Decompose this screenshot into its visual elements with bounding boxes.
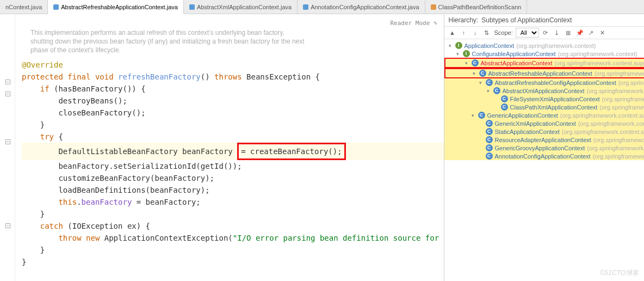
class-icon: C xyxy=(472,59,479,66)
tree-node-selected[interactable]: ▾CAbstractRefreshableApplicationContext … xyxy=(444,68,644,78)
hierarchy-tree[interactable]: ▾IApplicationContext (org.springframewor… xyxy=(444,39,644,281)
hierarchy-header: Hierarchy: Subtypes of ApplicationContex… xyxy=(444,14,644,27)
tree-node[interactable]: CStaticApplicationContext (org.springfra… xyxy=(444,127,644,136)
close-toolbar-icon[interactable]: ✕ xyxy=(598,28,608,38)
chevron-down-icon[interactable]: ▾ xyxy=(472,71,477,76)
java-class-icon xyxy=(53,4,59,10)
tree-node[interactable]: CClassPathXmlApplicationContext (org.spr… xyxy=(444,103,644,111)
code-editor[interactable]: Reader Mode ✎ This implementation perfor… xyxy=(15,14,444,281)
file-label: AnnotationConfigApplicationContext.java xyxy=(311,4,419,10)
scope-label: Scope: xyxy=(494,29,513,36)
main-split: − − − − Reader Mode ✎ This implementatio… xyxy=(0,14,644,281)
file-label: nContext.java xyxy=(5,4,42,10)
tree-node[interactable]: ▾IApplicationContext (org.springframewor… xyxy=(444,41,644,50)
refresh-icon[interactable]: ⟳ xyxy=(541,28,550,38)
tab-file-4[interactable]: ClassPathBeanDefinitionScann xyxy=(425,0,528,14)
fold-toggle-icon[interactable]: − xyxy=(5,223,10,228)
fold-toggle-icon[interactable]: − xyxy=(5,80,10,84)
fold-toggle-icon[interactable]: − xyxy=(5,139,10,144)
class-icon: C xyxy=(486,128,493,135)
tree-node[interactable]: CGenericXmlApplicationContext (org.sprin… xyxy=(444,119,644,127)
java-class-icon xyxy=(431,4,436,10)
annotation: @Override xyxy=(22,60,63,69)
tree-node[interactable]: ▾CAbstractRefreshableConfigApplicationCo… xyxy=(444,78,644,87)
tree-node[interactable]: CFileSystemXmlApplicationContext (org.sp… xyxy=(444,95,644,103)
file-label: AbstractXmlApplicationContext.java xyxy=(197,4,292,10)
fold-toggle-icon[interactable]: − xyxy=(5,91,10,96)
highlighted-line: DefaultListableBeanFactory beanFactory =… xyxy=(22,143,444,160)
tree-node[interactable]: CAnnotationConfigApplicationContext (org… xyxy=(444,152,644,160)
interface-icon: I xyxy=(463,50,470,57)
class-icon: C xyxy=(486,144,493,151)
editor-tabs: nContext.java AbstractRefreshableApplica… xyxy=(0,0,644,14)
file-label: ClassPathBeanDefinitionScann xyxy=(438,4,522,10)
hierarchy-label: Hierarchy: xyxy=(449,16,479,24)
watermark: ©51CTO博客 xyxy=(600,268,639,278)
class-icon: C xyxy=(493,87,500,94)
java-class-icon xyxy=(303,4,308,10)
tree-node[interactable]: ▾CAbstractXmlApplicationContext (org.spr… xyxy=(444,87,644,95)
tab-file-2[interactable]: AbstractXmlApplicationContext.java xyxy=(184,0,298,14)
supertypes-icon[interactable]: ↑ xyxy=(459,28,469,38)
javadoc-comment: This implementation performs an actual r… xyxy=(22,19,305,59)
tree-node-highlight[interactable]: ▾CAbstractApplicationContext (org.spring… xyxy=(444,58,644,68)
class-icon: C xyxy=(486,152,493,160)
tab-file-0[interactable]: nContext.java xyxy=(0,0,48,14)
tab-file-3[interactable]: AnnotationConfigApplicationContext.java xyxy=(298,0,425,14)
chevron-down-icon[interactable]: ▾ xyxy=(448,43,453,48)
export-icon[interactable]: ↗ xyxy=(586,28,596,38)
tree-node[interactable]: ▾CGenericApplicationContext (org.springf… xyxy=(444,111,644,119)
pin-icon[interactable]: 📌 xyxy=(575,28,585,38)
scope-select[interactable]: All xyxy=(516,28,539,38)
expand-icon[interactable]: ⊞ xyxy=(564,28,573,38)
tree-node[interactable]: ▾IConfigurableApplicationContext (org.sp… xyxy=(444,50,644,58)
class-icon: C xyxy=(501,103,508,111)
class-icon: C xyxy=(501,95,508,102)
hierarchy-panel: Hierarchy: Subtypes of ApplicationContex… xyxy=(444,14,644,281)
chevron-down-icon[interactable]: ▾ xyxy=(478,80,484,85)
highlight-box: = createBeanFactory(); xyxy=(237,143,345,160)
chevron-down-icon[interactable]: ▾ xyxy=(486,88,491,94)
tree-node[interactable]: CGenericGroovyApplicationContext (org.sp… xyxy=(444,144,644,152)
tab-file-1[interactable]: AbstractRefreshableApplicationContext.ja… xyxy=(48,0,184,14)
class-icon: C xyxy=(486,136,493,143)
autoscroll-icon[interactable]: ⤓ xyxy=(552,28,562,38)
class-icon: C xyxy=(486,120,493,127)
class-icon: C xyxy=(478,112,485,119)
class-icon: C xyxy=(479,70,486,77)
chevron-down-icon[interactable]: ▾ xyxy=(464,60,469,66)
tree-node[interactable]: CResourceAdapterApplicationContext (org.… xyxy=(444,136,644,144)
class-hierarchy-icon[interactable]: ▲ xyxy=(448,28,457,38)
chevron-down-icon[interactable]: ▾ xyxy=(470,113,476,118)
file-label: AbstractRefreshableApplicationContext.ja… xyxy=(61,4,178,10)
subtypes-icon[interactable]: ↓ xyxy=(470,28,480,38)
editor-pane: − − − − Reader Mode ✎ This implementatio… xyxy=(0,14,444,281)
java-class-icon xyxy=(189,4,195,10)
sort-icon[interactable]: ⇅ xyxy=(482,28,492,38)
interface-icon: I xyxy=(455,42,462,49)
hierarchy-subtitle: Subtypes of ApplicationContext xyxy=(481,16,572,24)
class-icon: C xyxy=(486,79,493,86)
hierarchy-toolbar: ▲ ↑ ↓ ⇅ Scope: All ⟳ ⤓ ⊞ 📌 ↗ ✕ xyxy=(444,27,644,39)
reader-mode-toggle[interactable]: Reader Mode ✎ xyxy=(390,17,437,29)
chevron-down-icon[interactable]: ▾ xyxy=(455,51,461,57)
editor-gutter[interactable]: − − − − xyxy=(0,14,15,281)
